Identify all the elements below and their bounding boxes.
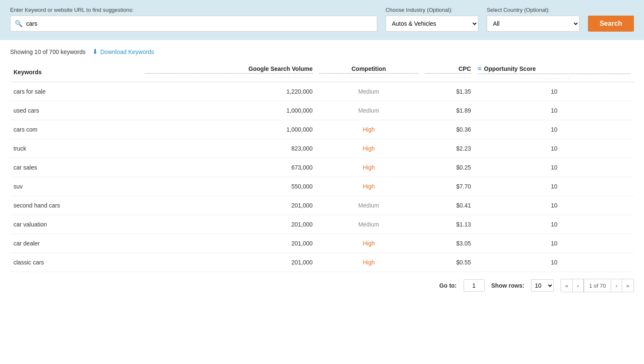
cell-keyword: car sales bbox=[10, 158, 142, 177]
industry-select[interactable]: Autos & Vehicles Arts & Entertainment Bu… bbox=[386, 16, 478, 32]
col-volume: Google Search Volume ................... bbox=[142, 61, 316, 82]
cell-competition: Medium bbox=[316, 196, 421, 215]
cell-cpc: $0.41 bbox=[421, 196, 475, 215]
table-row: cars for sale 1,220,000 Medium $1.35 10 bbox=[10, 82, 634, 101]
show-rows-select[interactable]: 10 25 50 100 bbox=[531, 279, 554, 292]
keyword-input[interactable] bbox=[26, 20, 373, 27]
table-row: classic cars 201,000 High $0.55 10 bbox=[10, 253, 634, 272]
country-label: Select Country (Optional): bbox=[487, 7, 580, 13]
pagination-buttons: « ‹ 1 of 70 › » bbox=[561, 279, 634, 292]
prev-page-button[interactable]: ‹ bbox=[573, 279, 583, 292]
search-icon: 🔍 bbox=[15, 20, 23, 27]
cell-opportunity-score: 10 bbox=[475, 82, 634, 101]
cell-opportunity-score: 10 bbox=[475, 215, 634, 234]
table-row: car sales 673,000 High $0.25 10 bbox=[10, 158, 634, 177]
pagination-row: Go to: Show rows: 10 25 50 100 « ‹ 1 of … bbox=[0, 272, 644, 299]
table-row: truck 823,000 High $2.23 10 bbox=[10, 139, 634, 158]
goto-input[interactable] bbox=[464, 279, 485, 292]
download-label: Download Keywords bbox=[100, 49, 154, 55]
cell-cpc: $0.25 bbox=[421, 158, 475, 177]
table-row: car valuation 201,000 Medium $1.13 10 bbox=[10, 215, 634, 234]
cell-competition: High bbox=[316, 139, 421, 158]
cell-competition: High bbox=[316, 253, 421, 272]
industry-group: Choose Industry (Optional): Autos & Vehi… bbox=[386, 7, 478, 32]
cell-cpc: $0.36 bbox=[421, 120, 475, 139]
cell-opportunity-score: 10 bbox=[475, 101, 634, 120]
cell-cpc: $0.55 bbox=[421, 253, 475, 272]
next-page-button[interactable]: › bbox=[611, 279, 622, 292]
cell-competition: High bbox=[316, 120, 421, 139]
cell-opportunity-score: 10 bbox=[475, 139, 634, 158]
cell-volume: 1,000,000 bbox=[142, 120, 316, 139]
cell-keyword: cars for sale bbox=[10, 82, 142, 101]
cell-keyword: used cars bbox=[10, 101, 142, 120]
cell-competition: High bbox=[316, 177, 421, 196]
results-count: Showing 10 of 700 keywords bbox=[10, 49, 86, 55]
wave-icon: ≈ bbox=[478, 65, 482, 73]
col-competition: Competition ................... bbox=[316, 61, 421, 82]
cell-volume: 201,000 bbox=[142, 196, 316, 215]
cell-volume: 673,000 bbox=[142, 158, 316, 177]
cell-volume: 201,000 bbox=[142, 234, 316, 253]
table-row: suv 550,000 High $7.70 10 bbox=[10, 177, 634, 196]
cell-competition: Medium bbox=[316, 215, 421, 234]
cell-cpc: $2.23 bbox=[421, 139, 475, 158]
keywords-table-wrap: Keywords Google Search Volume ..........… bbox=[0, 61, 644, 272]
cell-keyword: second hand cars bbox=[10, 196, 142, 215]
table-row: cars com 1,000,000 High $0.36 10 bbox=[10, 120, 634, 139]
cell-volume: 823,000 bbox=[142, 139, 316, 158]
cell-opportunity-score: 10 bbox=[475, 120, 634, 139]
search-button[interactable]: Search bbox=[588, 16, 634, 32]
cell-keyword: car dealer bbox=[10, 234, 142, 253]
table-row: second hand cars 201,000 Medium $0.41 10 bbox=[10, 196, 634, 215]
last-page-button[interactable]: » bbox=[622, 279, 633, 292]
table-header-row: Keywords Google Search Volume ..........… bbox=[10, 61, 634, 82]
cell-keyword: classic cars bbox=[10, 253, 142, 272]
keyword-group: Enter Keyword or website URL to find sug… bbox=[10, 7, 377, 32]
keyword-input-wrap: 🔍 bbox=[10, 16, 377, 32]
cell-keyword: suv bbox=[10, 177, 142, 196]
cell-opportunity-score: 10 bbox=[475, 177, 634, 196]
cell-keyword: car valuation bbox=[10, 215, 142, 234]
cell-opportunity-score: 10 bbox=[475, 158, 634, 177]
cell-opportunity-score: 10 bbox=[475, 196, 634, 215]
cell-volume: 550,000 bbox=[142, 177, 316, 196]
show-rows-label: Show rows: bbox=[491, 282, 525, 289]
cell-volume: 1,220,000 bbox=[142, 82, 316, 101]
col-opportunity-score: ≈ Opportunity Score ................... bbox=[475, 61, 634, 82]
table-row: car dealer 201,000 High $3.05 10 bbox=[10, 234, 634, 253]
search-bar: Enter Keyword or website URL to find sug… bbox=[0, 0, 644, 40]
keyword-label: Enter Keyword or website URL to find sug… bbox=[10, 7, 377, 13]
country-group: Select Country (Optional): All United St… bbox=[487, 7, 580, 32]
cell-competition: Medium bbox=[316, 82, 421, 101]
cell-competition: High bbox=[316, 158, 421, 177]
cell-keyword: cars com bbox=[10, 120, 142, 139]
col-cpc: CPC ....... bbox=[421, 61, 475, 82]
cell-volume: 201,000 bbox=[142, 215, 316, 234]
results-bar: Showing 10 of 700 keywords ⬇ Download Ke… bbox=[0, 40, 644, 61]
cell-cpc: $3.05 bbox=[421, 234, 475, 253]
cell-competition: Medium bbox=[316, 101, 421, 120]
keywords-table: Keywords Google Search Volume ..........… bbox=[10, 61, 634, 272]
col-keywords: Keywords bbox=[10, 61, 142, 82]
cell-cpc: $7.70 bbox=[421, 177, 475, 196]
download-keywords-link[interactable]: ⬇ Download Keywords bbox=[92, 48, 154, 56]
industry-label: Choose Industry (Optional): bbox=[386, 7, 478, 13]
cell-cpc: $1.89 bbox=[421, 101, 475, 120]
table-row: used cars 1,000,000 Medium $1.89 10 bbox=[10, 101, 634, 120]
first-page-button[interactable]: « bbox=[561, 279, 573, 292]
cell-opportunity-score: 10 bbox=[475, 253, 634, 272]
cell-opportunity-score: 10 bbox=[475, 234, 634, 253]
cell-volume: 1,000,000 bbox=[142, 101, 316, 120]
download-icon: ⬇ bbox=[92, 48, 98, 56]
cell-competition: High bbox=[316, 234, 421, 253]
goto-label: Go to: bbox=[439, 282, 456, 289]
cell-cpc: $1.13 bbox=[421, 215, 475, 234]
country-select[interactable]: All United States United Kingdom Canada … bbox=[487, 16, 580, 32]
cell-cpc: $1.35 bbox=[421, 82, 475, 101]
cell-volume: 201,000 bbox=[142, 253, 316, 272]
cell-keyword: truck bbox=[10, 139, 142, 158]
page-info: 1 of 70 bbox=[584, 279, 612, 292]
